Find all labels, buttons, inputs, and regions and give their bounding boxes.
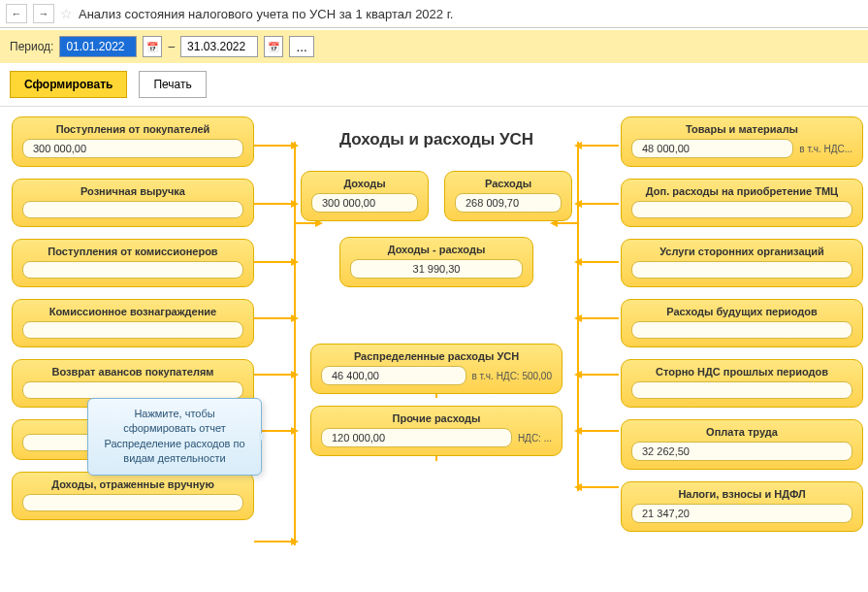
block-additional-tmc-expenses[interactable]: Доп. расходы на приобретение ТМЦ (621, 179, 863, 227)
block-distributed-expenses[interactable]: Распределенные расходы УСН 46 400,00 в т… (310, 344, 563, 394)
block-income[interactable]: Доходы 300 000,00 (301, 171, 429, 221)
toolbar: Сформировать Печать (0, 63, 868, 107)
period-more-button[interactable]: ... (289, 36, 314, 57)
period-bar: Период: 📅 – 📅 ... (0, 30, 868, 63)
date-to-input[interactable] (180, 36, 258, 57)
svg-marker-28 (574, 427, 582, 435)
back-button[interactable]: ← (6, 4, 27, 23)
block-vat-reversal[interactable]: Сторно НДС прошлых периодов (621, 359, 863, 408)
block-retail-revenue[interactable]: Розничная выручка (12, 179, 254, 227)
block-customer-payments[interactable]: Поступления от покупателей 300 000,00 (12, 116, 254, 167)
block-manual-income[interactable]: Доходы, отраженные вручную (12, 472, 254, 520)
date-from-input[interactable] (59, 36, 137, 57)
calendar-icon: 📅 (268, 42, 279, 52)
block-other-expenses[interactable]: Прочие расходы 120 000,00 НДС: ... (310, 406, 563, 456)
svg-marker-20 (574, 200, 582, 208)
block-income-minus-expense[interactable]: Доходы - расходы 31 990,30 (339, 237, 533, 287)
svg-marker-13 (291, 538, 299, 545)
block-commission-fee[interactable]: Комиссионное вознаграждение (12, 299, 254, 347)
generate-button[interactable]: Сформировать (10, 71, 127, 98)
header-bar: ← → ☆ Анализ состояния налогового учета … (0, 0, 868, 28)
block-deferred-expenses[interactable]: Расходы будущих периодов (621, 299, 863, 347)
diagram-title: Доходы и расходы УСН (301, 130, 572, 149)
svg-marker-22 (574, 258, 582, 266)
svg-marker-11 (291, 427, 299, 435)
tooltip-hint: Нажмите, чтобы сформировать отчет Распре… (87, 398, 262, 476)
svg-marker-26 (574, 371, 582, 378)
block-commissioner-payments[interactable]: Поступления от комиссионеров (12, 239, 254, 287)
block-taxes-contributions[interactable]: Налоги, взносы и НДФЛ 21 347,20 (621, 481, 863, 532)
svg-marker-1 (291, 142, 299, 149)
calendar-to-button[interactable]: 📅 (264, 36, 283, 57)
svg-marker-3 (291, 200, 299, 208)
block-payroll[interactable]: Оплата труда 32 262,50 (621, 419, 863, 470)
right-column: Товары и материалы 48 000,00 в т.ч. НДС.… (621, 116, 863, 543)
svg-marker-5 (291, 258, 299, 266)
calendar-icon: 📅 (146, 42, 158, 52)
block-goods-materials[interactable]: Товары и материалы 48 000,00 в т.ч. НДС.… (621, 116, 863, 167)
period-label: Период: (10, 40, 53, 53)
star-icon[interactable]: ☆ (60, 6, 73, 21)
forward-button[interactable]: → (33, 4, 54, 23)
diagram-area: Поступления от покупателей 300 000,00 Ро… (0, 107, 868, 582)
block-expense[interactable]: Расходы 268 009,70 (444, 171, 572, 221)
svg-marker-30 (574, 483, 582, 491)
svg-marker-7 (291, 314, 299, 322)
calendar-from-button[interactable]: 📅 (143, 36, 162, 57)
center-column: Доходы и расходы УСН Доходы 300 000,00 Р… (301, 116, 572, 468)
svg-marker-18 (574, 142, 582, 149)
page-title: Анализ состояния налогового учета по УСН… (79, 7, 453, 21)
block-third-party-services[interactable]: Услуги сторонних организаций (621, 239, 863, 287)
svg-marker-24 (574, 314, 582, 322)
svg-marker-9 (291, 371, 299, 378)
period-dash: – (168, 40, 175, 53)
print-button[interactable]: Печать (139, 71, 206, 98)
